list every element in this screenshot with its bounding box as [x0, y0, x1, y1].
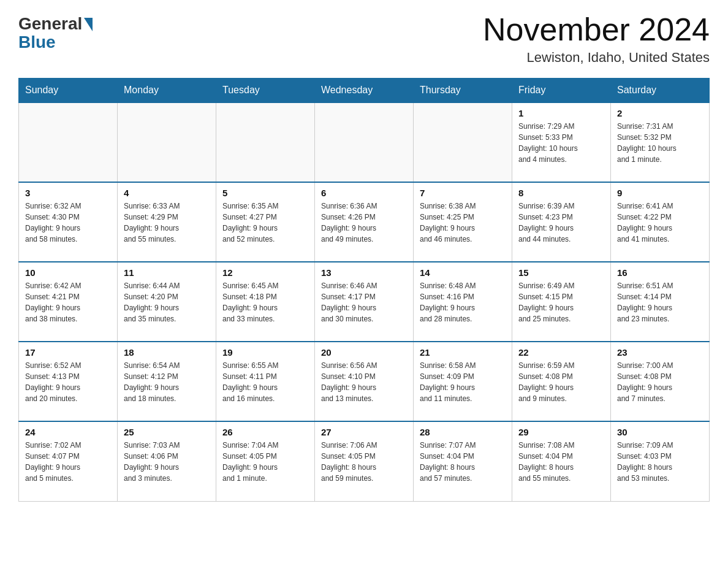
day-number: 30 [617, 427, 703, 437]
calendar-cell: 21Sunrise: 6:58 AM Sunset: 4:09 PM Dayli… [414, 342, 512, 421]
day-info: Sunrise: 6:58 AM Sunset: 4:09 PM Dayligh… [420, 360, 506, 404]
day-info: Sunrise: 6:46 AM Sunset: 4:17 PM Dayligh… [321, 280, 407, 324]
day-number: 21 [420, 347, 506, 358]
day-info: Sunrise: 7:31 AM Sunset: 5:32 PM Dayligh… [617, 121, 703, 165]
day-number: 8 [518, 188, 604, 198]
day-info: Sunrise: 7:04 AM Sunset: 4:05 PM Dayligh… [222, 440, 308, 484]
day-info: Sunrise: 6:48 AM Sunset: 4:16 PM Dayligh… [420, 280, 506, 324]
day-info: Sunrise: 7:08 AM Sunset: 4:04 PM Dayligh… [518, 440, 604, 484]
calendar-cell: 29Sunrise: 7:08 AM Sunset: 4:04 PM Dayli… [512, 421, 611, 501]
column-header-friday: Friday [512, 79, 611, 103]
calendar-cell: 24Sunrise: 7:02 AM Sunset: 4:07 PM Dayli… [19, 421, 118, 501]
day-info: Sunrise: 7:06 AM Sunset: 4:05 PM Dayligh… [321, 440, 407, 484]
day-number: 13 [321, 267, 407, 278]
day-info: Sunrise: 6:51 AM Sunset: 4:14 PM Dayligh… [617, 280, 703, 324]
calendar-cell [118, 102, 216, 182]
calendar-cell: 13Sunrise: 6:46 AM Sunset: 4:17 PM Dayli… [315, 262, 414, 342]
day-number: 24 [25, 427, 111, 437]
calendar-cell [216, 102, 315, 182]
calendar-cell: 1Sunrise: 7:29 AM Sunset: 5:33 PM Daylig… [512, 102, 611, 182]
column-header-saturday: Saturday [611, 79, 710, 103]
day-number: 11 [124, 267, 210, 278]
day-number: 14 [420, 267, 506, 278]
day-info: Sunrise: 6:36 AM Sunset: 4:26 PM Dayligh… [321, 201, 407, 245]
column-header-wednesday: Wednesday [315, 79, 414, 103]
day-info: Sunrise: 6:33 AM Sunset: 4:29 PM Dayligh… [124, 201, 210, 245]
calendar-cell: 8Sunrise: 6:39 AM Sunset: 4:23 PM Daylig… [512, 182, 611, 262]
day-info: Sunrise: 6:56 AM Sunset: 4:10 PM Dayligh… [321, 360, 407, 404]
day-number: 2 [617, 108, 703, 118]
week-row-3: 10Sunrise: 6:42 AM Sunset: 4:21 PM Dayli… [19, 262, 710, 342]
day-number: 22 [518, 347, 604, 358]
calendar-cell: 3Sunrise: 6:32 AM Sunset: 4:30 PM Daylig… [19, 182, 118, 262]
day-number: 20 [321, 347, 407, 358]
day-info: Sunrise: 6:32 AM Sunset: 4:30 PM Dayligh… [25, 201, 111, 245]
day-info: Sunrise: 7:09 AM Sunset: 4:03 PM Dayligh… [617, 440, 703, 484]
calendar-cell: 20Sunrise: 6:56 AM Sunset: 4:10 PM Dayli… [315, 342, 414, 421]
title-block: November 2024 Lewiston, Idaho, United St… [483, 12, 710, 66]
day-info: Sunrise: 6:38 AM Sunset: 4:25 PM Dayligh… [420, 201, 506, 245]
day-info: Sunrise: 7:07 AM Sunset: 4:04 PM Dayligh… [420, 440, 506, 484]
calendar-cell: 17Sunrise: 6:52 AM Sunset: 4:13 PM Dayli… [19, 342, 118, 421]
calendar-cell: 14Sunrise: 6:48 AM Sunset: 4:16 PM Dayli… [414, 262, 512, 342]
day-number: 28 [420, 427, 506, 437]
day-info: Sunrise: 6:55 AM Sunset: 4:11 PM Dayligh… [222, 360, 308, 404]
calendar-cell: 16Sunrise: 6:51 AM Sunset: 4:14 PM Dayli… [611, 262, 710, 342]
logo-arrow-icon [84, 18, 93, 31]
calendar-cell [315, 102, 414, 182]
day-info: Sunrise: 6:49 AM Sunset: 4:15 PM Dayligh… [518, 280, 604, 324]
day-number: 6 [321, 188, 407, 198]
calendar-cell: 30Sunrise: 7:09 AM Sunset: 4:03 PM Dayli… [611, 421, 710, 501]
calendar-cell: 4Sunrise: 6:33 AM Sunset: 4:29 PM Daylig… [118, 182, 216, 262]
calendar-title: November 2024 [483, 12, 710, 47]
day-number: 3 [25, 188, 111, 198]
calendar-cell: 12Sunrise: 6:45 AM Sunset: 4:18 PM Dayli… [216, 262, 315, 342]
column-header-tuesday: Tuesday [216, 79, 315, 103]
day-number: 26 [222, 427, 308, 437]
calendar-cell: 7Sunrise: 6:38 AM Sunset: 4:25 PM Daylig… [414, 182, 512, 262]
calendar-table: SundayMondayTuesdayWednesdayThursdayFrid… [18, 78, 710, 502]
calendar-cell [414, 102, 512, 182]
logo-text-general: General [18, 15, 82, 33]
logo-text-blue: Blue [18, 33, 56, 52]
calendar-cell: 5Sunrise: 6:35 AM Sunset: 4:27 PM Daylig… [216, 182, 315, 262]
header-row: SundayMondayTuesdayWednesdayThursdayFrid… [19, 79, 710, 103]
day-info: Sunrise: 6:59 AM Sunset: 4:08 PM Dayligh… [518, 360, 604, 404]
day-info: Sunrise: 6:54 AM Sunset: 4:12 PM Dayligh… [124, 360, 210, 404]
day-number: 19 [222, 347, 308, 358]
calendar-cell: 9Sunrise: 6:41 AM Sunset: 4:22 PM Daylig… [611, 182, 710, 262]
day-number: 1 [518, 108, 604, 118]
day-number: 15 [518, 267, 604, 278]
day-info: Sunrise: 6:44 AM Sunset: 4:20 PM Dayligh… [124, 280, 210, 324]
calendar-cell: 27Sunrise: 7:06 AM Sunset: 4:05 PM Dayli… [315, 421, 414, 501]
calendar-cell: 25Sunrise: 7:03 AM Sunset: 4:06 PM Dayli… [118, 421, 216, 501]
day-info: Sunrise: 7:29 AM Sunset: 5:33 PM Dayligh… [518, 121, 604, 165]
day-number: 4 [124, 188, 210, 198]
calendar-cell: 22Sunrise: 6:59 AM Sunset: 4:08 PM Dayli… [512, 342, 611, 421]
day-number: 10 [25, 267, 111, 278]
day-number: 16 [617, 267, 703, 278]
day-number: 25 [124, 427, 210, 437]
day-number: 5 [222, 188, 308, 198]
column-header-sunday: Sunday [19, 79, 118, 103]
column-header-thursday: Thursday [414, 79, 512, 103]
day-info: Sunrise: 6:35 AM Sunset: 4:27 PM Dayligh… [222, 201, 308, 245]
week-row-4: 17Sunrise: 6:52 AM Sunset: 4:13 PM Dayli… [19, 342, 710, 421]
column-header-monday: Monday [118, 79, 216, 103]
day-number: 17 [25, 347, 111, 358]
calendar-cell: 19Sunrise: 6:55 AM Sunset: 4:11 PM Dayli… [216, 342, 315, 421]
calendar-cell: 26Sunrise: 7:04 AM Sunset: 4:05 PM Dayli… [216, 421, 315, 501]
calendar-cell: 2Sunrise: 7:31 AM Sunset: 5:32 PM Daylig… [611, 102, 710, 182]
calendar-cell: 23Sunrise: 7:00 AM Sunset: 4:08 PM Dayli… [611, 342, 710, 421]
logo: General Blue [18, 12, 93, 52]
day-info: Sunrise: 6:39 AM Sunset: 4:23 PM Dayligh… [518, 201, 604, 245]
calendar-cell: 6Sunrise: 6:36 AM Sunset: 4:26 PM Daylig… [315, 182, 414, 262]
day-number: 9 [617, 188, 703, 198]
week-row-5: 24Sunrise: 7:02 AM Sunset: 4:07 PM Dayli… [19, 421, 710, 501]
day-number: 18 [124, 347, 210, 358]
day-info: Sunrise: 6:45 AM Sunset: 4:18 PM Dayligh… [222, 280, 308, 324]
day-number: 7 [420, 188, 506, 198]
calendar-cell [19, 102, 118, 182]
day-info: Sunrise: 7:03 AM Sunset: 4:06 PM Dayligh… [124, 440, 210, 484]
day-number: 27 [321, 427, 407, 437]
